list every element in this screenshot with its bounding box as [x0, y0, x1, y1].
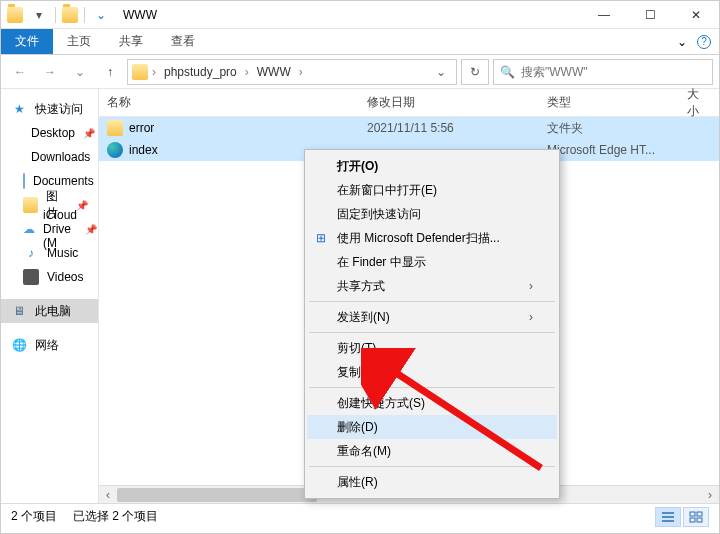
- window-title: WWW: [117, 8, 581, 22]
- sidebar-quick-access[interactable]: ★ 快速访问: [1, 97, 98, 121]
- separator: [84, 7, 85, 23]
- menu-create-shortcut[interactable]: 创建快捷方式(S): [307, 391, 557, 415]
- menu-open-new-window[interactable]: 在新窗口中打开(E): [307, 178, 557, 202]
- menu-properties[interactable]: 属性(R): [307, 470, 557, 494]
- forward-button[interactable]: →: [37, 59, 63, 85]
- pictures-icon: [23, 197, 38, 213]
- col-name[interactable]: 名称: [99, 94, 359, 111]
- chevron-right-icon[interactable]: ›: [150, 65, 158, 79]
- tab-view[interactable]: 查看: [157, 29, 209, 54]
- video-icon: [23, 269, 39, 285]
- qat-overflow-icon[interactable]: ⌄: [91, 5, 111, 25]
- grid-icon: [689, 511, 703, 523]
- column-headers: 名称 修改日期 类型 大小: [99, 89, 719, 117]
- edge-icon: [107, 142, 123, 158]
- sidebar-item-desktop[interactable]: Desktop📌: [1, 121, 98, 145]
- address-bar[interactable]: › phpstudy_pro › WWW › ⌄: [127, 59, 457, 85]
- recent-dropdown[interactable]: ⌄: [67, 59, 93, 85]
- shield-icon: ⊞: [313, 230, 329, 246]
- tab-file[interactable]: 文件: [1, 29, 53, 54]
- scroll-right-icon[interactable]: ›: [701, 486, 719, 504]
- file-name: error: [129, 121, 154, 135]
- address-dropdown-icon[interactable]: ⌄: [430, 65, 452, 79]
- svg-rect-3: [697, 518, 702, 522]
- back-button[interactable]: ←: [7, 59, 33, 85]
- quick-access-toolbar: ▾ ⌄: [1, 5, 117, 25]
- pin-icon: 📌: [76, 200, 88, 211]
- tab-home[interactable]: 主页: [53, 29, 105, 54]
- folder-icon: [107, 120, 123, 136]
- ribbon-expand-icon[interactable]: ⌄: [677, 35, 687, 49]
- menu-rename[interactable]: 重命名(M): [307, 439, 557, 463]
- file-name: index: [129, 143, 158, 157]
- qat-dropdown-icon[interactable]: ▾: [29, 5, 49, 25]
- file-date: 2021/11/11 5:56: [359, 121, 539, 135]
- sidebar-label: Downloads: [31, 150, 90, 164]
- status-bar: 2 个项目 已选择 2 个项目: [1, 503, 719, 529]
- sidebar-item-icloud[interactable]: ☁iCloud Drive (M📌: [1, 217, 98, 241]
- help-icon[interactable]: ?: [697, 35, 711, 49]
- menu-pin-quick-access[interactable]: 固定到快速访问: [307, 202, 557, 226]
- menu-separator: [309, 301, 555, 302]
- file-row[interactable]: error 2021/11/11 5:56 文件夹: [99, 117, 719, 139]
- menu-separator: [309, 387, 555, 388]
- titlebar: ▾ ⌄ WWW ― ☐ ✕: [1, 1, 719, 29]
- menu-send-to[interactable]: 发送到(N)›: [307, 305, 557, 329]
- breadcrumb-parent[interactable]: phpstudy_pro: [160, 65, 241, 79]
- pin-icon: 📌: [83, 128, 95, 139]
- menu-cut[interactable]: 剪切(T): [307, 336, 557, 360]
- window-buttons: ― ☐ ✕: [581, 1, 719, 29]
- sidebar-item-videos[interactable]: Videos: [1, 265, 98, 289]
- tab-share[interactable]: 共享: [105, 29, 157, 54]
- sidebar-label: 快速访问: [35, 101, 83, 118]
- breadcrumb-current[interactable]: WWW: [253, 65, 295, 79]
- navbar: ← → ⌄ ↑ › phpstudy_pro › WWW › ⌄ ↻ 🔍: [1, 55, 719, 89]
- sidebar-label: Videos: [47, 270, 83, 284]
- cloud-icon: ☁: [23, 221, 35, 237]
- maximize-button[interactable]: ☐: [627, 1, 673, 29]
- status-selected-count: 已选择 2 个项目: [73, 508, 158, 525]
- sidebar-item-downloads[interactable]: Downloads📌: [1, 145, 98, 169]
- file-type: 文件夹: [539, 120, 679, 137]
- sidebar: ★ 快速访问 Desktop📌 Downloads📌 Documents📌 图片…: [1, 89, 99, 503]
- menu-copy[interactable]: 复制(C): [307, 360, 557, 384]
- search-icon: 🔍: [500, 65, 515, 79]
- menu-separator: [309, 332, 555, 333]
- separator: [55, 7, 56, 23]
- view-details-button[interactable]: [655, 507, 681, 527]
- list-icon: [661, 511, 675, 523]
- menu-open[interactable]: 打开(O): [307, 154, 557, 178]
- up-button[interactable]: ↑: [97, 59, 123, 85]
- pin-icon: 📌: [85, 224, 97, 235]
- menu-delete[interactable]: 删除(D): [307, 415, 557, 439]
- menu-show-in-finder[interactable]: 在 Finder 中显示: [307, 250, 557, 274]
- sidebar-this-pc[interactable]: 🖥此电脑: [1, 299, 98, 323]
- col-size[interactable]: 大小: [679, 86, 707, 120]
- chevron-right-icon[interactable]: ›: [297, 65, 305, 79]
- scroll-thumb[interactable]: [117, 488, 317, 502]
- ribbon-tabs: 文件 主页 共享 查看 ⌄ ?: [1, 29, 719, 55]
- sidebar-network[interactable]: 🌐网络: [1, 333, 98, 357]
- menu-defender-scan[interactable]: ⊞使用 Microsoft Defender扫描...: [307, 226, 557, 250]
- scroll-left-icon[interactable]: ‹: [99, 486, 117, 504]
- folder-icon: [7, 7, 23, 23]
- minimize-button[interactable]: ―: [581, 1, 627, 29]
- sidebar-label: 网络: [35, 337, 59, 354]
- network-icon: 🌐: [11, 337, 27, 353]
- svg-rect-0: [690, 512, 695, 516]
- col-type[interactable]: 类型: [539, 94, 679, 111]
- svg-rect-2: [690, 518, 695, 522]
- close-button[interactable]: ✕: [673, 1, 719, 29]
- context-menu: 打开(O) 在新窗口中打开(E) 固定到快速访问 ⊞使用 Microsoft D…: [304, 149, 560, 499]
- search-box[interactable]: 🔍: [493, 59, 713, 85]
- menu-share-with[interactable]: 共享方式›: [307, 274, 557, 298]
- col-date[interactable]: 修改日期: [359, 94, 539, 111]
- documents-icon: [23, 173, 25, 189]
- search-input[interactable]: [521, 65, 706, 79]
- chevron-right-icon[interactable]: ›: [243, 65, 251, 79]
- chevron-right-icon: ›: [529, 279, 533, 293]
- chevron-right-icon: ›: [529, 310, 533, 324]
- view-icons-button[interactable]: [683, 507, 709, 527]
- refresh-button[interactable]: ↻: [461, 59, 489, 85]
- folder-icon: [62, 7, 78, 23]
